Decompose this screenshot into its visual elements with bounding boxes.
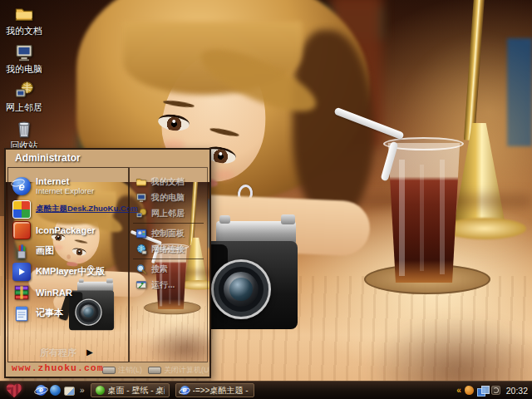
tray-chevron-icon[interactable]: « [456, 386, 461, 395]
start-button[interactable] [0, 382, 28, 399]
menu-item-run[interactable]: 运行... [130, 277, 207, 293]
wallpaper-task-icon [96, 386, 105, 395]
task-button-wallpaper[interactable]: 桌面 - 壁纸 - 桌酷壁... [91, 383, 170, 397]
network-places-icon [135, 208, 147, 219]
kmplayer-icon [12, 263, 31, 281]
recycle-bin-icon [14, 119, 34, 139]
menu-item-zhuoku-theme[interactable]: 桌酷主题Desk.ZhuoKu.Com [8, 199, 128, 219]
tray-network-icon[interactable] [477, 386, 488, 396]
menu-item-label: IconPackager [36, 225, 96, 235]
menu-item-iconpackager[interactable]: IconPackager [8, 219, 128, 240]
task-button-label: -=>>桌酷主题 - Mic... [193, 385, 249, 397]
shut-down-icon [148, 367, 161, 374]
winrar-icon [12, 283, 31, 302]
iconpackager-icon [12, 221, 31, 239]
menu-item-label: KMPlayer中文版 [36, 265, 105, 278]
menu-item-sublabel: Internet Explorer [36, 186, 94, 195]
system-tray: « 20:32 [456, 386, 532, 396]
menu-item-label: 记事本 [36, 307, 63, 319]
my-documents-icon [14, 4, 34, 24]
task-button-label: 桌面 - 壁纸 - 桌酷壁... [108, 385, 165, 397]
menu-item-kmplayer[interactable]: KMPlayer中文版 [8, 261, 128, 282]
menu-item-notepad[interactable]: 记事本 [8, 303, 128, 323]
search-icon [135, 264, 147, 275]
desktop-screen: 我的文档 我的电脑 网上邻居 回收站 [0, 0, 532, 399]
globe-icon [135, 244, 147, 255]
menu-item-control-panel[interactable]: 控制面板 [130, 225, 207, 241]
menu-item-label: 控制面板 [151, 228, 185, 239]
menu-item-label: 我的电脑 [151, 192, 185, 204]
internet-explorer-icon: e [12, 177, 31, 195]
menu-item-label: 网络连接 [151, 244, 185, 255]
menu-separator [133, 223, 204, 224]
show-desktop-icon[interactable] [64, 387, 75, 396]
desktop-icon-list: 我的文档 我的电脑 网上邻居 回收站 [0, 2, 48, 155]
taskbar: e » 桌面 - 壁纸 - 桌酷壁... e -=>>桌酷主题 - Mic...… [0, 381, 532, 399]
ie-task-icon: e [180, 386, 190, 395]
desktop-icon-my-computer[interactable]: 我的电脑 [0, 40, 48, 78]
menu-item-label: 运行... [151, 279, 175, 291]
log-off-button[interactable]: 注销(L) [102, 365, 142, 376]
my-computer-icon [14, 42, 34, 62]
zhuoku-theme-icon [12, 200, 31, 219]
log-off-icon [102, 367, 116, 374]
quick-launch-chevron-icon[interactable]: » [80, 386, 85, 396]
all-programs-button[interactable]: 所有程序 ▶ [8, 343, 128, 362]
menu-item-paint[interactable]: 画图 [8, 240, 128, 261]
menu-item-my-documents[interactable]: 我的文档 [130, 174, 207, 190]
desktop-icon-label: 我的文档 [6, 25, 42, 37]
menu-item-network-connections[interactable]: 网络连接 [130, 241, 207, 257]
menu-item-label: 我的文档 [151, 176, 185, 188]
desktop-icon-network-places[interactable]: 网上邻居 [0, 78, 48, 116]
menu-item-label: 网上邻居 [151, 208, 185, 219]
network-places-icon [14, 81, 34, 101]
all-programs-arrow-icon: ▶ [86, 348, 93, 357]
menu-item-label: 画图 [36, 244, 54, 257]
quick-launch-browser-icon[interactable] [50, 385, 61, 396]
task-button-zhuoku-theme[interactable]: e -=>>桌酷主题 - Mic... [175, 383, 254, 397]
menu-item-label: 桌酷主题Desk.ZhuoKu.Com [36, 204, 138, 214]
menu-item-internet[interactable]: e Internet Internet Explorer [8, 174, 128, 199]
start-menu-places-list: 我的文档 我的电脑 网上邻居 [129, 167, 208, 362]
tray-pet-icon[interactable] [465, 386, 474, 395]
run-icon [135, 279, 147, 291]
taskbar-clock: 20:32 [506, 386, 528, 396]
start-menu: Administrator e Internet Internet Explor… [4, 148, 211, 378]
my-documents-icon [135, 176, 147, 188]
menu-item-my-computer[interactable]: 我的电脑 [130, 190, 207, 205]
desktop-icon-label: 我的电脑 [6, 63, 42, 76]
log-off-label: 注销(L) [118, 365, 142, 376]
menu-item-search[interactable]: 搜索 [130, 261, 207, 277]
tray-ime-icon[interactable] [491, 386, 500, 395]
my-computer-icon [135, 192, 147, 204]
shut-down-button[interactable]: 关闭计算机(U) [148, 365, 209, 376]
quick-launch-bar: e » [36, 385, 85, 396]
cola-glass [386, 143, 462, 283]
quick-launch-ie-icon[interactable]: e [36, 385, 47, 396]
menu-item-network-places[interactable]: 网上邻居 [130, 205, 207, 221]
menu-item-label: Internet [36, 177, 94, 186]
desktop-icon-label: 网上邻居 [6, 101, 42, 114]
start-menu-pinned-list: e Internet Internet Explorer 桌酷主题Desk.Zh… [7, 167, 129, 362]
start-heart-icon [6, 384, 22, 399]
start-menu-username: Administrator [6, 150, 209, 166]
menu-item-label: 搜索 [151, 264, 168, 275]
menu-separator [133, 259, 204, 259]
shut-down-label: 关闭计算机(U) [164, 365, 209, 376]
control-panel-icon [135, 228, 147, 239]
zhuoku-watermark: www.zhuoku.com [12, 362, 104, 373]
desktop-icon-my-documents[interactable]: 我的文档 [0, 2, 48, 40]
notepad-icon [12, 304, 31, 323]
all-programs-label: 所有程序 [40, 347, 76, 359]
paint-icon [12, 242, 31, 260]
menu-item-label: WinRAR [36, 288, 72, 298]
menu-item-winrar[interactable]: WinRAR [8, 282, 128, 303]
